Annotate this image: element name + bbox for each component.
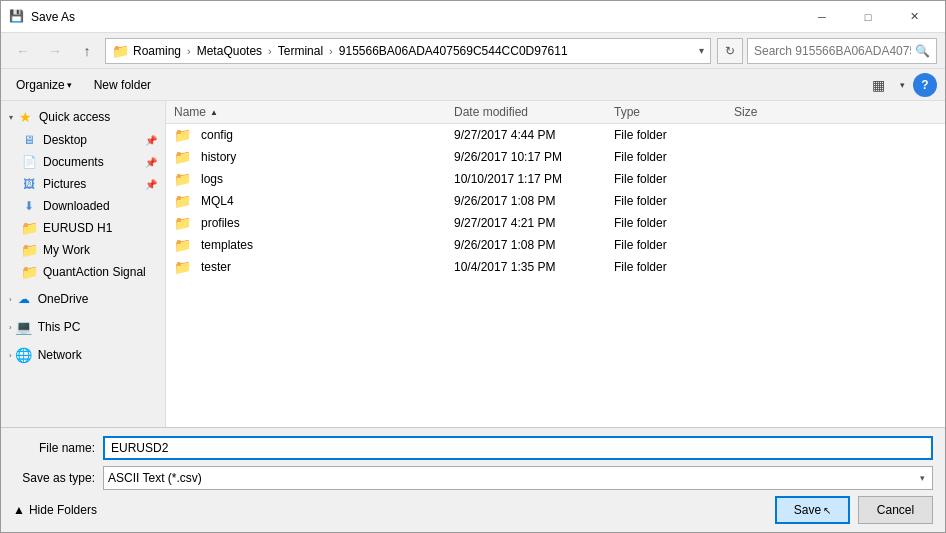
hide-folders-label: Hide Folders bbox=[29, 503, 97, 517]
table-row[interactable]: 📁 config 9/27/2017 4:44 PM File folder bbox=[166, 124, 945, 146]
col-header-name[interactable]: Name ▲ bbox=[166, 105, 446, 119]
file-date: 10/4/2017 1:35 PM bbox=[446, 260, 606, 274]
sidebar-item-pictures[interactable]: 🖼 Pictures 📌 bbox=[1, 173, 165, 195]
file-name: logs bbox=[201, 172, 223, 186]
sidebar-item-desktop-label: Desktop bbox=[43, 133, 87, 147]
col-type-label: Type bbox=[614, 105, 640, 119]
window-icon: 💾 bbox=[9, 9, 25, 25]
mywork-folder-icon: 📁 bbox=[21, 242, 37, 258]
file-type: File folder bbox=[606, 150, 726, 164]
back-button[interactable]: ← bbox=[9, 37, 37, 65]
col-date-label: Date modified bbox=[454, 105, 528, 119]
new-folder-button[interactable]: New folder bbox=[87, 73, 158, 97]
onedrive-section: › ☁ OneDrive bbox=[1, 287, 165, 311]
network-label: Network bbox=[38, 348, 82, 362]
title-bar: 💾 Save As ─ □ ✕ bbox=[1, 1, 945, 33]
search-input[interactable] bbox=[754, 44, 911, 58]
file-type: File folder bbox=[606, 194, 726, 208]
col-header-date[interactable]: Date modified bbox=[446, 105, 606, 119]
file-date: 9/26/2017 1:08 PM bbox=[446, 194, 606, 208]
folder-icon: 📁 bbox=[174, 149, 191, 165]
sidebar-item-quantaction[interactable]: 📁 QuantAction Signal bbox=[1, 261, 165, 283]
hide-folders-button[interactable]: ▲ Hide Folders bbox=[13, 503, 97, 517]
cursor-icon: ↖ bbox=[823, 505, 831, 516]
secondary-toolbar: Organize ▾ New folder ▦ ▾ ? bbox=[1, 69, 945, 101]
savetype-label: Save as type: bbox=[13, 471, 103, 485]
file-date: 9/27/2017 4:44 PM bbox=[446, 128, 606, 142]
file-date: 9/26/2017 10:17 PM bbox=[446, 150, 606, 164]
folder-icon: 📁 bbox=[174, 237, 191, 253]
address-bar[interactable]: 📁 Roaming › MetaQuotes › Terminal › 9155… bbox=[105, 38, 711, 64]
organize-chevron-icon: ▾ bbox=[67, 80, 72, 90]
network-header[interactable]: › 🌐 Network bbox=[1, 343, 165, 367]
minimize-button[interactable]: ─ bbox=[799, 1, 845, 33]
onedrive-header[interactable]: › ☁ OneDrive bbox=[1, 287, 165, 311]
quick-access-header[interactable]: ▾ ★ Quick access bbox=[1, 105, 165, 129]
file-type: File folder bbox=[606, 128, 726, 142]
refresh-button[interactable]: ↻ bbox=[717, 38, 743, 64]
sidebar-item-documents[interactable]: 📄 Documents 📌 bbox=[1, 151, 165, 173]
maximize-button[interactable]: □ bbox=[845, 1, 891, 33]
sidebar-item-desktop[interactable]: 🖥 Desktop 📌 bbox=[1, 129, 165, 151]
help-button[interactable]: ? bbox=[913, 73, 937, 97]
documents-icon: 📄 bbox=[21, 154, 37, 170]
sidebar-item-downloaded[interactable]: ⬇ Downloaded bbox=[1, 195, 165, 217]
table-row[interactable]: 📁 history 9/26/2017 10:17 PM File folder bbox=[166, 146, 945, 168]
col-size-label: Size bbox=[734, 105, 757, 119]
filename-input[interactable] bbox=[103, 436, 933, 460]
filename-label: File name: bbox=[13, 441, 103, 455]
sidebar-item-eurusd[interactable]: 📁 EURUSD H1 bbox=[1, 217, 165, 239]
quick-access-label: Quick access bbox=[39, 110, 110, 124]
downloaded-icon: ⬇ bbox=[21, 198, 37, 214]
folder-icon: 📁 bbox=[174, 259, 191, 275]
sidebar-item-mywork[interactable]: 📁 My Work bbox=[1, 239, 165, 261]
table-row[interactable]: 📁 logs 10/10/2017 1:17 PM File folder bbox=[166, 168, 945, 190]
address-terminal: Terminal bbox=[278, 44, 323, 58]
quick-access-star-icon: ★ bbox=[17, 109, 33, 125]
bottom-area: File name: Save as type: ASCII Text (*.c… bbox=[1, 427, 945, 532]
folder-icon: 📁 bbox=[174, 127, 191, 143]
savetype-select[interactable]: ASCII Text (*.csv) bbox=[103, 466, 933, 490]
file-type: File folder bbox=[606, 216, 726, 230]
close-button[interactable]: ✕ bbox=[891, 1, 937, 33]
address-dropdown-icon[interactable]: ▾ bbox=[699, 45, 704, 56]
file-name: templates bbox=[201, 238, 253, 252]
view-button[interactable]: ▦ bbox=[864, 73, 892, 97]
col-name-label: Name bbox=[174, 105, 206, 119]
onedrive-label: OneDrive bbox=[38, 292, 89, 306]
up-button[interactable]: ↑ bbox=[73, 37, 101, 65]
table-row[interactable]: 📁 templates 9/26/2017 1:08 PM File folde… bbox=[166, 234, 945, 256]
thispc-header[interactable]: › 💻 This PC bbox=[1, 315, 165, 339]
address-id: 915566BA06ADA407569C544CC0D97611 bbox=[339, 44, 568, 58]
address-sep-2: › bbox=[268, 45, 272, 57]
action-bar: ▲ Hide Folders Save ↖ Cancel bbox=[13, 496, 933, 524]
view-dropdown-icon[interactable]: ▾ bbox=[900, 80, 905, 90]
file-name: profiles bbox=[201, 216, 240, 230]
quick-access-chevron-icon: ▾ bbox=[9, 113, 13, 122]
forward-button[interactable]: → bbox=[41, 37, 69, 65]
filename-row: File name: bbox=[13, 436, 933, 460]
new-folder-label: New folder bbox=[94, 78, 151, 92]
sort-arrow-icon: ▲ bbox=[210, 108, 218, 117]
pin-icon-pics: 📌 bbox=[145, 179, 157, 190]
table-row[interactable]: 📁 MQL4 9/26/2017 1:08 PM File folder bbox=[166, 190, 945, 212]
navigation-toolbar: ← → ↑ 📁 Roaming › MetaQuotes › Terminal … bbox=[1, 33, 945, 69]
organize-button[interactable]: Organize ▾ bbox=[9, 73, 79, 97]
table-row[interactable]: 📁 tester 10/4/2017 1:35 PM File folder bbox=[166, 256, 945, 278]
col-header-size[interactable]: Size bbox=[726, 105, 806, 119]
search-icon: 🔍 bbox=[915, 44, 930, 58]
folder-icon: 📁 bbox=[174, 171, 191, 187]
thispc-section: › 💻 This PC bbox=[1, 315, 165, 339]
onedrive-chevron-icon: › bbox=[9, 295, 12, 304]
file-list: Name ▲ Date modified Type Size 📁 config … bbox=[166, 101, 945, 427]
table-row[interactable]: 📁 profiles 9/27/2017 4:21 PM File folder bbox=[166, 212, 945, 234]
window-title: Save As bbox=[31, 10, 799, 24]
search-box: 🔍 bbox=[747, 38, 937, 64]
col-header-type[interactable]: Type bbox=[606, 105, 726, 119]
sidebar-item-documents-label: Documents bbox=[43, 155, 104, 169]
cancel-label: Cancel bbox=[877, 503, 914, 517]
main-content: ▾ ★ Quick access 🖥 Desktop 📌 📄 Documents… bbox=[1, 101, 945, 427]
save-button[interactable]: Save ↖ bbox=[775, 496, 850, 524]
cancel-button[interactable]: Cancel bbox=[858, 496, 933, 524]
action-buttons: Save ↖ Cancel bbox=[775, 496, 933, 524]
